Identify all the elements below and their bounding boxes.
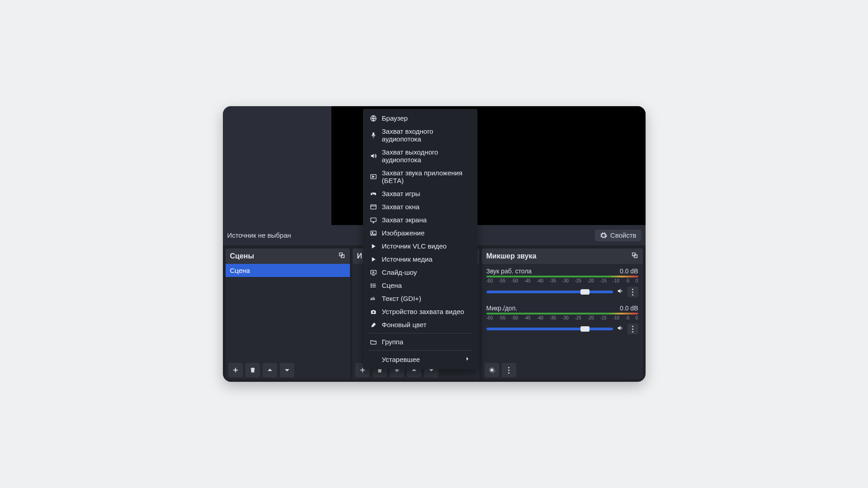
volume-slider[interactable] [486, 328, 613, 330]
mixer-header: Микшер звука [482, 249, 643, 264]
popout-icon[interactable] [338, 252, 345, 261]
gear-icon [599, 231, 608, 239]
menu-item-speaker[interactable]: Захват выходного аудиопотока [363, 145, 477, 166]
scenes-title: Сцены [230, 252, 255, 260]
add-source-context-menu: БраузерЗахват входного аудиопотокаЗахват… [363, 109, 477, 369]
menu-item-label: Источник медиа [382, 255, 433, 263]
menu-item-image[interactable]: Изображение [363, 226, 477, 239]
menu-item-label: Фоновый цвет [382, 321, 427, 328]
scenes-panel: Сцены Сцена [226, 249, 350, 379]
scenes-header: Сцены [226, 249, 350, 264]
menu-item-label: Захват звука приложения (БЕТА) [382, 169, 471, 184]
mixer-body: Звук раб. стола 0.0 dB -60-55-50-45-40-3… [482, 264, 643, 361]
volume-meter: -60-55-50-45-40-35-30-25-20-15-10-50 [486, 276, 638, 286]
properties-button[interactable]: Свойств [595, 230, 641, 241]
svg-point-15 [371, 286, 371, 287]
popout-icon[interactable] [631, 252, 638, 261]
menu-item-play[interactable]: Источник VLC видео [363, 239, 477, 253]
menu-item-label: Захват входного аудиопотока [382, 127, 471, 143]
menu-separator [368, 350, 472, 351]
mixer-footer [482, 361, 643, 379]
chevron-right-icon [464, 355, 471, 364]
volume-meter: -60-55-50-45-40-35-30-25-20-15-10-50 [486, 313, 638, 323]
menu-item-label: Устаревшее [382, 356, 420, 363]
channel-level: 0.0 dB [620, 267, 638, 275]
channel-name: Звук раб. стола [486, 267, 532, 275]
menu-item-label: Сцена [382, 282, 402, 289]
window-icon [369, 203, 377, 211]
gamepad-icon [369, 190, 377, 197]
app-audio-icon [369, 173, 377, 180]
volume-slider[interactable] [486, 291, 613, 293]
menu-separator [368, 333, 472, 333]
delete-scene-button[interactable] [245, 363, 260, 377]
svg-point-11 [372, 232, 373, 233]
svg-point-17 [373, 311, 374, 313]
scene-item[interactable]: Сцена [226, 264, 350, 277]
menu-item-camera[interactable]: Устройство захвата видео [363, 305, 477, 318]
menu-item-label: Захват игры [382, 190, 420, 197]
menu-item-label: Браузер [382, 114, 408, 122]
menu-item-label: Устройство захвата видео [382, 308, 464, 315]
channel-menu-button[interactable] [627, 324, 638, 334]
menu-item-label: Захват окна [382, 203, 420, 211]
speaker-icon[interactable] [617, 287, 624, 296]
menu-item-group[interactable]: Группа [363, 335, 477, 348]
source-status-text: Источник не выбран [227, 231, 291, 239]
speaker-icon [369, 152, 377, 160]
list-icon [369, 282, 377, 289]
menu-item-label: Изображение [382, 229, 425, 237]
menu-item-brush[interactable]: Фоновый цвет [363, 318, 477, 331]
menu-item-app-audio[interactable]: Захват звука приложения (БЕТА) [363, 166, 477, 187]
channel-level: 0.0 dB [620, 305, 638, 312]
menu-item-window[interactable]: Захват окна [363, 200, 477, 213]
play-icon [369, 256, 377, 263]
sources-title-partial: И [357, 252, 363, 260]
menu-item-slideshow[interactable]: Слайд-шоу [363, 266, 477, 279]
mixer-menu-button[interactable] [502, 363, 516, 377]
menu-item-globe[interactable]: Браузер [363, 112, 477, 125]
menu-item-label: Текст (GDI+) [382, 295, 421, 302]
menu-item-deprecated[interactable]: Устаревшее [363, 352, 477, 366]
menu-item-label: Группа [382, 338, 404, 346]
menu-item-label: Захват выходного аудиопотока [382, 148, 471, 164]
scenes-list: Сцена [226, 264, 350, 361]
svg-rect-8 [371, 205, 376, 209]
text-icon: ab [369, 295, 377, 302]
channel-menu-button[interactable] [627, 286, 638, 297]
play-icon [369, 243, 377, 250]
folder-icon [369, 338, 377, 346]
menu-item-gamepad[interactable]: Захват игры [363, 187, 477, 200]
display-icon [369, 216, 377, 224]
mixer-title: Микшер звука [486, 252, 537, 260]
speaker-icon[interactable] [617, 324, 624, 333]
svg-text:ab: ab [370, 296, 375, 301]
menu-item-text[interactable]: abТекст (GDI+) [363, 292, 477, 305]
menu-item-mic[interactable]: Захват входного аудиопотока [363, 125, 477, 145]
brush-icon [369, 321, 377, 328]
menu-item-list[interactable]: Сцена [363, 279, 477, 292]
channel-name: Микр./доп. [486, 305, 518, 312]
properties-label: Свойств [610, 231, 637, 239]
mixer-settings-button[interactable] [485, 363, 499, 377]
mixer-channel: Микр./доп. 0.0 dB -60-55-50-45-40-35-30-… [486, 305, 638, 334]
menu-item-play[interactable]: Источник медиа [363, 253, 477, 266]
svg-point-14 [371, 285, 371, 286]
svg-point-7 [374, 193, 375, 194]
svg-point-13 [371, 284, 371, 284]
menu-item-label: Захват экрана [382, 216, 427, 224]
mixer-channel: Звук раб. стола 0.0 dB -60-55-50-45-40-3… [486, 267, 638, 297]
globe-icon [369, 115, 377, 122]
slideshow-icon [369, 269, 377, 276]
svg-rect-9 [371, 218, 376, 221]
menu-item-label: Слайд-шоу [382, 268, 417, 276]
obs-window: Источник не выбран Свойств Сцены Сцена [223, 106, 646, 382]
menu-item-display[interactable]: Захват экрана [363, 213, 477, 226]
add-scene-button[interactable] [228, 363, 243, 377]
mixer-panel: Микшер звука Звук раб. стола 0.0 dB -60-… [482, 249, 643, 379]
camera-icon [369, 308, 377, 315]
image-icon [369, 230, 377, 237]
move-scene-up-button[interactable] [263, 363, 277, 377]
scenes-footer [226, 361, 350, 379]
move-scene-down-button[interactable] [280, 363, 294, 377]
